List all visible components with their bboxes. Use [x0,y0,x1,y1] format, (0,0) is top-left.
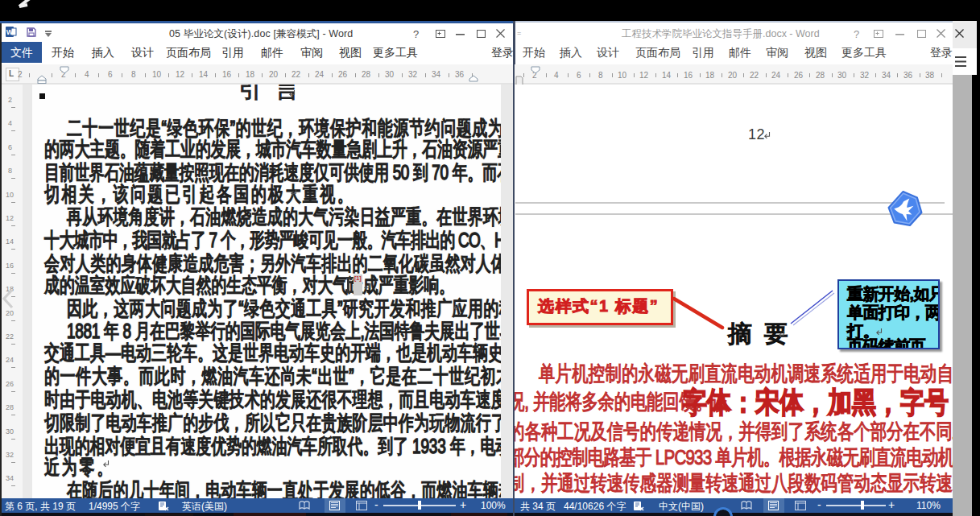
svg-text:W: W [6,28,14,36]
